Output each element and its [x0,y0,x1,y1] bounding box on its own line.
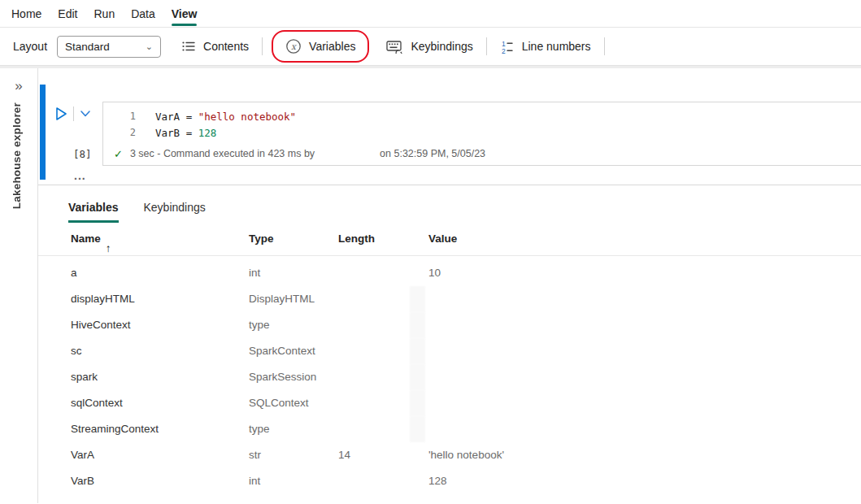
code-line[interactable]: 2VarB = 128 [103,124,861,141]
keybindings-button[interactable]: Keybindings [377,33,481,60]
code-editor[interactable]: 1VarA = "hello notebook"2VarB = 128 [103,102,861,141]
lakehouse-explorer-title[interactable]: Lakehouse explorer [11,102,23,209]
cell-value: 10 [428,267,441,279]
cell-type: int [249,267,260,279]
cell-value: 'hello notebook' [428,449,504,461]
cell-value: 128 [428,475,447,487]
variable-row[interactable]: scSparkContext [38,338,861,364]
run-cell-button[interactable] [52,105,70,123]
cell-type: SparkContext [249,345,315,357]
cell-type: SparkSession [249,371,316,383]
variables-table-header: Name↑TypeLengthValue [38,223,861,256]
variable-row[interactable]: VarAstr14'hello notebook' [38,442,861,468]
expand-sidebar-icon[interactable]: » [15,78,22,94]
keybindings-button-label: Keybindings [411,40,472,53]
cell-name: VarB [71,475,94,487]
redacted-value [410,416,425,442]
variables-button[interactable]: x Variables [276,33,364,60]
svg-text:2: 2 [502,46,506,54]
cell-length: 14 [338,449,350,461]
status-text-prefix: 3 sec - Command executed in 423 ms by [130,148,315,159]
cell-name: HiveContext [71,319,131,331]
contents-button[interactable]: Contents [172,33,258,60]
cell-type: type [249,319,270,331]
redacted-value [410,364,425,390]
cell-name: sqlContext [71,397,123,409]
menu-tab-run[interactable]: Run [93,0,115,28]
lakehouse-explorer-collapsed-sidebar: » Lakehouse explorer [0,68,38,503]
redacted-value [410,390,425,416]
line-number: 2 [103,127,136,138]
redacted-value [410,286,425,312]
line-numbers-button-label: Line numbers [522,40,591,53]
menu-tab-view[interactable]: View [172,0,198,28]
variables-button-label: Variables [309,40,355,53]
cell-controls-divider [73,106,74,121]
cell-name: spark [71,371,98,383]
variable-row[interactable]: sqlContextSQLContext [38,390,861,416]
cell-name: sc [71,345,82,357]
variables-x-icon: x [285,38,302,54]
column-header-length[interactable]: Length [338,232,375,245]
code-text: VarA = "hello notebook" [155,111,296,123]
layout-dropdown-value: Standard [65,41,110,53]
chevron-down-icon: ⌄ [146,41,153,52]
variables-table-body: aint10displayHTMLDisplayHTMLHiveContextt… [38,256,861,494]
sort-ascending-icon: ↑ [106,242,111,254]
tab-keybindings[interactable]: Keybindings [144,201,206,223]
variable-row[interactable]: HiveContexttype [38,312,861,338]
layout-label: Layout [13,40,47,53]
menu-bar: HomeEditRunDataView [0,0,861,28]
variables-panel: VariablesKeybindings Name↑TypeLengthValu… [38,185,861,503]
cell-name: StreamingContext [71,423,159,435]
line-number: 1 [103,111,136,122]
variable-row[interactable]: StreamingContexttype [38,416,861,442]
variable-row[interactable]: aint10 [38,260,861,286]
toolbar-divider [262,37,263,55]
panel-tabs: VariablesKeybindings [38,185,861,223]
variable-row[interactable]: sparkSparkSession [38,364,861,390]
toolbar-divider [604,37,605,55]
menu-tab-edit[interactable]: Edit [58,0,77,28]
column-header-value[interactable]: Value [428,232,457,245]
line-numbers-button[interactable]: 12 Line numbers [491,33,600,60]
notebook-window: HomeEditRunDataView Layout Standard ⌄ Co… [0,0,861,504]
contents-button-label: Contents [203,40,249,53]
cell-name: displayHTML [71,293,135,305]
column-header-name[interactable]: Name↑ [71,232,101,245]
code-text: VarB = 128 [155,127,216,139]
contents-list-icon [181,39,196,54]
active-cell-indicator-bar [40,85,46,180]
line-numbers-icon: 12 [500,39,515,54]
variables-highlight-oval: x Variables [272,30,369,63]
cell-more-indicator[interactable]: ... [74,169,86,182]
tab-variables[interactable]: Variables [68,201,119,223]
redacted-value [410,338,425,364]
keyboard-icon [386,39,403,54]
variable-row[interactable]: VarBint128 [38,468,861,494]
variable-row[interactable]: displayHTMLDisplayHTML [38,286,861,312]
cell-status-bar: ✓ 3 sec - Command executed in 423 ms by … [103,145,861,163]
success-check-icon: ✓ [114,148,123,160]
cell-type: type [249,423,270,435]
view-toolbar: Layout Standard ⌄ Contents x Variables [0,28,861,65]
redacted-value [410,312,425,338]
status-text-suffix: on 5:32:59 PM, 5/05/23 [380,148,485,159]
menu-tab-home[interactable]: Home [11,0,41,28]
cell-type: str [249,449,261,461]
svg-text:x: x [291,41,297,51]
cell-type: DisplayHTML [249,293,315,305]
code-line[interactable]: 1VarA = "hello notebook" [103,108,861,124]
cell-options-chevron-icon[interactable] [78,107,93,120]
code-cell[interactable]: 1VarA = "hello notebook"2VarB = 128 ✓ 3 … [102,102,861,166]
menu-tab-data[interactable]: Data [131,0,155,28]
cell-type: SQLContext [249,397,309,409]
cell-name: a [71,267,77,279]
notebook-content: [8] ... 1VarA = "hello notebook"2VarB = … [38,68,861,503]
cell-name: VarA [71,449,94,461]
layout-dropdown[interactable]: Standard ⌄ [57,36,161,58]
toolbar-divider [486,37,487,55]
cell-type: int [249,475,260,487]
column-header-type[interactable]: Type [249,232,274,245]
execution-count: [8] [73,148,92,160]
